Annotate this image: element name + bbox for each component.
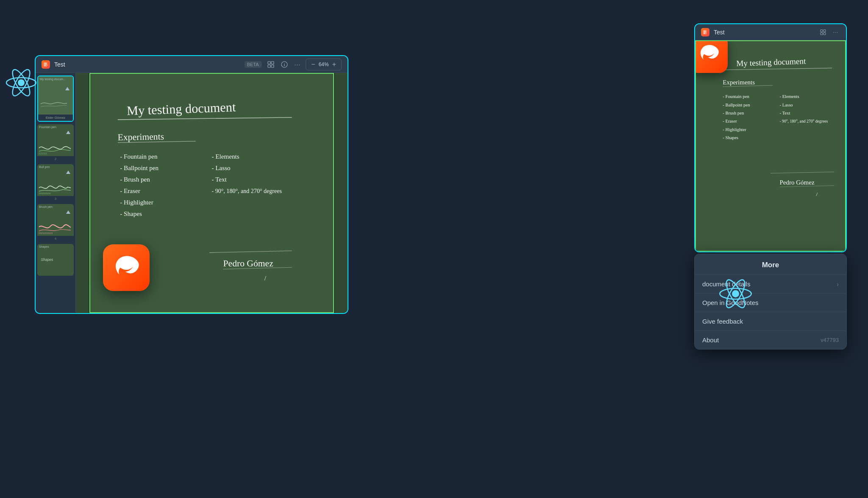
main-content: My testing document Experiments - Founta… <box>76 73 348 313</box>
layout-button[interactable] <box>266 60 276 69</box>
svg-point-26 <box>18 79 25 86</box>
zoom-value: 64% <box>319 62 329 67</box>
zoom-in-button[interactable]: + <box>331 60 338 69</box>
svg-text:- Highlighter: - Highlighter <box>120 199 153 206</box>
info-button[interactable]: i <box>279 60 289 69</box>
svg-rect-2 <box>271 62 274 64</box>
svg-rect-3 <box>268 65 270 67</box>
svg-rect-4 <box>271 65 274 67</box>
sidebar: My testing docum... Elder Gómez Fountain… <box>36 73 76 313</box>
about-version: v47793 <box>821 337 839 343</box>
right-window-title: Test <box>714 29 814 36</box>
sidebar-page-2[interactable]: Fountain pen zzzzz 2 <box>37 124 74 162</box>
right-more-button[interactable]: ··· <box>831 28 840 36</box>
right-grid-button[interactable] <box>818 28 828 36</box>
svg-text:My testing document: My testing document <box>736 56 807 68</box>
app-icon <box>42 60 50 69</box>
right-preview-content: My testing document Experiments - Founta… <box>695 40 846 252</box>
svg-line-22 <box>209 251 292 252</box>
svg-text:Pedro Gómez: Pedro Gómez <box>223 258 273 269</box>
beta-badge: BETA <box>245 61 262 68</box>
svg-line-36 <box>725 68 832 70</box>
main-window-title: Test <box>54 61 240 68</box>
svg-rect-32 <box>823 30 826 32</box>
svg-text:Experiments: Experiments <box>723 79 755 86</box>
svg-text:i: i <box>284 63 285 67</box>
svg-rect-1 <box>268 62 270 64</box>
more-panel-item-about[interactable]: About v47793 <box>695 331 846 349</box>
window-body: My testing docum... Elder Gómez Fountain… <box>36 73 348 313</box>
sidebar-page-5[interactable]: Shapes Shapes <box>37 244 74 276</box>
svg-text:My testing document: My testing document <box>127 100 236 118</box>
more-button[interactable]: ··· <box>293 60 303 69</box>
swift-icon-preview <box>695 40 728 73</box>
main-window-titlebar: Test BETA i ··· − 64% + <box>36 56 348 73</box>
zoom-control: − 64% + <box>306 59 342 70</box>
more-panel-item-give-feedback[interactable]: Give feedback <box>695 312 846 331</box>
document-details-chevron: › <box>837 281 839 288</box>
svg-text:- Fountain pen: - Fountain pen <box>120 153 158 160</box>
sidebar-page-1[interactable]: My testing docum... Elder Gómez <box>37 76 74 122</box>
sidebar-page-3[interactable]: Bull pen wwwww 3 <box>37 164 74 201</box>
right-app-icon <box>701 28 709 36</box>
svg-text:- Ballpoint pen: - Ballpoint pen <box>120 165 159 171</box>
svg-text:- Elements: - Elements <box>212 153 239 160</box>
svg-rect-33 <box>821 33 823 35</box>
svg-text:- Text: - Text <box>212 176 227 183</box>
more-panel: More document details › Open in GoodNote… <box>694 254 847 350</box>
svg-text:- Eraser: - Eraser <box>120 187 140 194</box>
svg-text:Experiments: Experiments <box>118 131 164 143</box>
svg-point-53 <box>732 290 739 297</box>
svg-text:- 90°, 180°, and 270° degrees: - 90°, 180°, and 270° degrees <box>779 119 828 123</box>
svg-text:Pedro Gómez: Pedro Gómez <box>779 179 814 186</box>
svg-text:- Shapes: - Shapes <box>120 210 142 217</box>
document-page: My testing document Experiments - Founta… <box>89 73 334 313</box>
svg-text:- Lasso: - Lasso <box>212 165 231 171</box>
titlebar-controls: i ··· − 64% + <box>266 59 342 70</box>
svg-text:- Elements: - Elements <box>779 94 799 99</box>
page-left-strip <box>76 73 89 313</box>
right-window-titlebar: Test ··· <box>695 24 846 40</box>
give-feedback-label: Give feedback <box>702 318 743 325</box>
zoom-out-button[interactable]: − <box>309 60 317 69</box>
svg-text:/: / <box>264 275 267 282</box>
main-window: Test BETA i ··· − 64% + <box>35 55 348 314</box>
svg-text:- Fountain pen: - Fountain pen <box>723 94 749 99</box>
right-preview-window: Test ··· My testing document <box>694 23 847 252</box>
svg-text:/: / <box>816 191 818 197</box>
sidebar-page-4[interactable]: Brush pen mmmmm 4 <box>37 204 74 241</box>
svg-text:- Brush pen: - Brush pen <box>120 176 150 183</box>
svg-text:- Lasso: - Lasso <box>779 102 793 107</box>
svg-line-9 <box>118 118 292 120</box>
page-right-strip <box>335 73 348 313</box>
svg-text:- Ballpoint pen: - Ballpoint pen <box>723 102 750 107</box>
svg-text:- Eraser: - Eraser <box>723 118 737 123</box>
svg-text:- Text: - Text <box>779 110 790 115</box>
right-titlebar-controls: ··· <box>818 28 840 36</box>
svg-rect-31 <box>821 30 823 32</box>
svg-text:Shapes: Shapes <box>41 257 53 262</box>
svg-text:- Highlighter: - Highlighter <box>723 127 746 132</box>
svg-line-49 <box>771 172 834 173</box>
more-panel-title: More <box>702 261 839 269</box>
swift-icon-main <box>103 244 150 291</box>
svg-text:- Shapes: - Shapes <box>723 135 738 140</box>
svg-rect-34 <box>823 33 826 35</box>
about-label: About <box>702 336 719 344</box>
react-icon-right <box>718 276 754 312</box>
svg-text:- 90°, 180°, and 270° degrees: - 90°, 180°, and 270° degrees <box>212 187 282 194</box>
react-icon-left <box>4 66 38 100</box>
svg-text:- Brush pen: - Brush pen <box>723 110 744 115</box>
more-panel-header: More <box>695 254 846 275</box>
